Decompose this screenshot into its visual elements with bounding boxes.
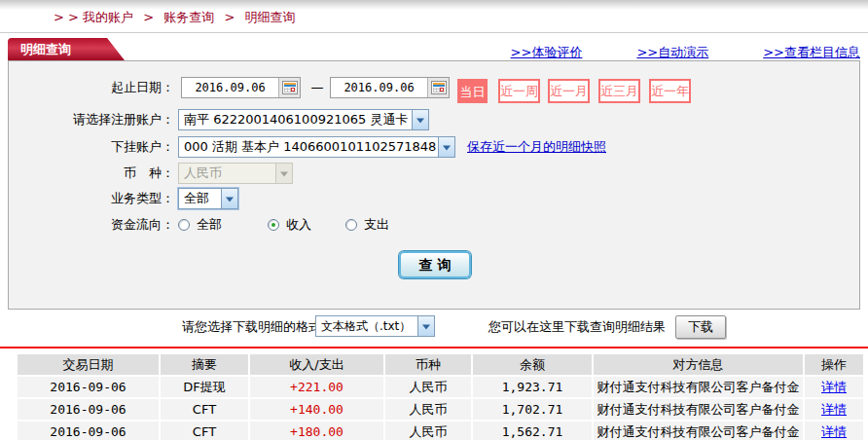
range-year-button[interactable]: 近一年: [649, 79, 691, 103]
register-account-label: 请选择注册账户：: [9, 109, 174, 130]
breadcrumb-item-my-account[interactable]: 我的账户: [83, 10, 133, 24]
download-format-label: 请您选择下载明细的格式: [182, 313, 321, 340]
end-date-input[interactable]: [331, 78, 427, 97]
table-row: 2016-09-06 DF提现 +221.00 人民币 1,923.71 财付通…: [18, 377, 863, 397]
header-links: >>体验评价 >>自动演示 >>查看栏目信息: [0, 44, 860, 61]
cell-date: 2016-09-06: [18, 422, 159, 440]
sub-account-value: 000 活期 基本户 1406600101102571848: [179, 138, 438, 156]
column-info-link[interactable]: >>查看栏目信息: [763, 44, 860, 61]
breadcrumb: > > 我的账户 > 账务查询 > 明细查询: [54, 9, 295, 26]
end-date-field[interactable]: [330, 77, 450, 98]
cell-date: 2016-09-06: [18, 377, 159, 397]
range-today-button[interactable]: 当日: [457, 79, 488, 103]
header-balance: 余额: [473, 354, 592, 375]
header-counterparty: 对方信息: [594, 354, 803, 375]
cell-counterparty: 财付通支付科技有限公司客户备付金: [594, 422, 803, 440]
end-date-calendar-button[interactable]: [427, 78, 449, 97]
detail-link[interactable]: 详情: [821, 380, 847, 394]
cell-amount: +180.00: [250, 422, 383, 440]
flow-all-label: 全部: [197, 216, 222, 234]
range-quarter-button[interactable]: 近三月: [598, 79, 640, 103]
cell-summary: CFT: [161, 399, 248, 420]
query-button[interactable]: 查 询: [399, 251, 471, 278]
transactions-table: 交易日期 摘要 收入/支出 币种 余额 对方信息 操作 2016-09-06 D…: [18, 354, 863, 440]
header-divider: [0, 32, 868, 33]
register-account-select[interactable]: 南平 6222001406100921065 灵通卡: [178, 109, 429, 130]
header-action: 操作: [805, 354, 863, 375]
save-snapshot-link[interactable]: 保存近一个月的明细快照: [467, 136, 606, 158]
currency-select-disabled: 人民币: [178, 163, 293, 184]
cell-amount: +221.00: [250, 377, 383, 397]
breadcrumb-item-account-query[interactable]: 账务查询: [163, 10, 214, 24]
calendar-icon: [282, 81, 298, 94]
fund-flow-radio-group: 全部 收入 支出: [178, 214, 423, 236]
table-header-row: 交易日期 摘要 收入/支出 币种 余额 对方信息 操作: [18, 354, 863, 375]
query-form-panel: 起止日期： — 当日 近一周 近一月 近三月 近一年 请选择注册账户： 南平 6…: [8, 60, 860, 310]
flow-all-radio[interactable]: 全部: [178, 216, 268, 234]
sub-account-select[interactable]: 000 活期 基本户 1406600101102571848: [178, 136, 455, 158]
detail-link[interactable]: 详情: [821, 402, 847, 417]
radio-unchecked-icon[interactable]: [178, 219, 190, 231]
auto-demo-link[interactable]: >>自动演示: [636, 44, 708, 61]
detail-link[interactable]: 详情: [821, 424, 847, 439]
business-type-select[interactable]: 全部: [178, 188, 238, 209]
business-type-value: 全部: [179, 190, 221, 207]
range-month-button[interactable]: 近一月: [548, 79, 590, 103]
radio-checked-icon[interactable]: [268, 219, 279, 231]
cell-date: 2016-09-06: [18, 399, 159, 420]
fund-flow-label: 资金流向：: [9, 214, 174, 236]
cell-amount: +140.00: [250, 399, 383, 420]
flow-expense-radio[interactable]: 支出: [345, 216, 423, 234]
table-separator-line: [0, 347, 868, 348]
cell-action: 详情: [805, 399, 863, 420]
date-range-dash: —: [308, 77, 326, 98]
experience-review-link[interactable]: >>体验评价: [511, 44, 583, 61]
breadcrumb-prefix: > >: [54, 10, 79, 24]
start-date-calendar-button[interactable]: [278, 78, 300, 97]
cell-balance: 1,702.71: [473, 399, 592, 420]
date-range-label: 起止日期：: [9, 77, 174, 98]
download-button[interactable]: 下载: [675, 315, 726, 339]
breadcrumb-item-detail-query[interactable]: 明细查询: [244, 10, 295, 24]
header-date: 交易日期: [18, 354, 159, 375]
header-amount: 收入/支出: [250, 354, 383, 375]
currency-label: 币 种：: [9, 163, 174, 184]
cell-balance: 1,562.71: [473, 422, 592, 440]
flow-income-radio[interactable]: 收入: [268, 216, 345, 234]
radio-unchecked-icon[interactable]: [345, 219, 357, 231]
start-date-input[interactable]: [182, 78, 278, 97]
calendar-icon: [431, 81, 447, 94]
cell-currency: 人民币: [385, 399, 471, 420]
breadcrumb-separator: >: [143, 10, 154, 24]
register-account-value: 南平 6222001406100921065 灵通卡: [179, 111, 412, 128]
download-format-select[interactable]: 文本格式（.txt）: [315, 315, 435, 337]
chevron-down-icon[interactable]: [417, 316, 434, 336]
cell-counterparty: 财付通支付科技有限公司客户备付金: [594, 399, 803, 420]
chevron-down-icon[interactable]: [412, 110, 428, 129]
business-type-label: 业务类型：: [9, 188, 174, 209]
start-date-field[interactable]: [181, 77, 301, 98]
table-row: 2016-09-06 CFT +140.00 人民币 1,702.71 财付通支…: [18, 399, 863, 420]
chevron-down-icon[interactable]: [438, 137, 454, 157]
header-currency: 币种: [385, 354, 471, 375]
cell-action: 详情: [805, 377, 863, 397]
breadcrumb-separator: >: [224, 10, 235, 24]
cell-action: 详情: [805, 422, 863, 440]
header-summary: 摘要: [161, 354, 248, 375]
download-format-value: 文本格式（.txt）: [316, 318, 417, 335]
download-row: 请您选择下载明细的格式 文本格式（.txt） 您可以在这里下载查询明细结果 下载: [0, 313, 868, 341]
range-week-button[interactable]: 近一周: [498, 79, 540, 103]
cell-currency: 人民币: [385, 377, 471, 397]
flow-income-label: 收入: [286, 216, 311, 234]
chevron-down-icon[interactable]: [221, 189, 237, 208]
table-row: 2016-09-06 CFT +180.00 人民币 1,562.71 财付通支…: [18, 422, 863, 440]
cell-currency: 人民币: [385, 422, 471, 440]
currency-value: 人民币: [179, 165, 275, 182]
cell-summary: CFT: [161, 422, 248, 440]
sub-account-label: 下挂账户：: [9, 136, 174, 158]
cell-summary: DF提现: [161, 377, 248, 397]
cell-balance: 1,923.71: [473, 377, 592, 397]
download-hint-text: 您可以在这里下载查询明细结果: [488, 313, 666, 340]
chevron-down-icon: [275, 164, 292, 183]
flow-expense-label: 支出: [364, 216, 389, 234]
